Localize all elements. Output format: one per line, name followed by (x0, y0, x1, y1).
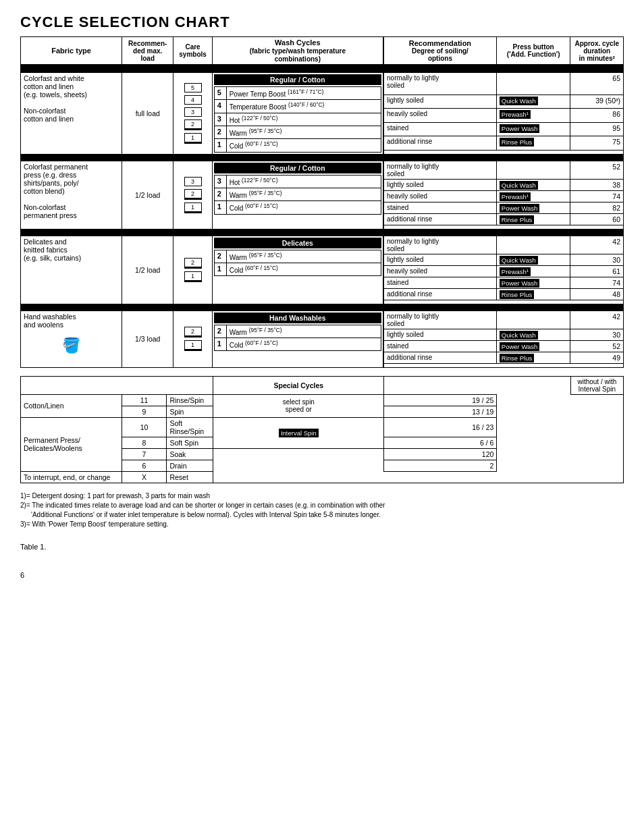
cycle-num-6: 6 (122, 460, 167, 471)
dur-42-hand: 42 (570, 310, 624, 329)
load-half-1: 1/2 load (122, 161, 173, 229)
cycle-num-9: 9 (122, 406, 167, 417)
btn-rinseplus-4: Rinse Plus (496, 352, 570, 363)
btn-prewash-3: Prewash¹ (496, 265, 570, 277)
fabric-pp-del-wool: Permanent Press/Delicates/Woolens (21, 417, 122, 471)
dur-6-6: 6 / 6 (384, 437, 497, 448)
btn-quickwash-1: Quick Wash (496, 94, 570, 109)
dur-2: 2 (384, 460, 497, 471)
dur-95: 95 (570, 122, 624, 136)
special-interrupt: To interrupt, end, or change X Reset (21, 471, 624, 483)
btn-normally-2 (496, 161, 570, 179)
dur-30-hand: 30 (570, 329, 624, 340)
page-title: CYCLE SELECTION CHART (20, 14, 624, 31)
soiling-heavily-2: heavily soiled (383, 190, 496, 202)
soiling-rinse-2: additional rinse (383, 213, 496, 225)
btn-rinseplus-1: Rinse Plus (496, 136, 570, 151)
spin-label: select spinspeed or (213, 394, 384, 417)
dur-75: 75 (570, 136, 624, 151)
cycle-name-soak: Soak (167, 448, 213, 460)
section-permanent-press: Colorfast permanentpress (e.g. dressshir… (21, 161, 624, 179)
cycle-name-softrinse: Soft Rinse/Spin (167, 417, 213, 437)
soiling-stained-1: stained (383, 122, 496, 136)
section-colorfast-white: Colorfast and whitecotton and linen(e.g.… (21, 73, 624, 95)
soiling-lightly-3: lightly soiled (383, 254, 496, 265)
special-cotton-rinse: Cotton/Linen 11 Rinse/Spin select spinsp… (21, 394, 624, 406)
wash-cycles-del: Delicates 2Warm (95°F / 35°C) 1Cold (60°… (212, 236, 383, 304)
cycle-num-7: 7 (122, 448, 167, 460)
footnote-2: 2)= The indicated times relate to averag… (20, 501, 624, 510)
load-full: full load (122, 73, 173, 155)
divider-1 (21, 154, 624, 161)
soiling-normally-2: normally to lightlysoiled (383, 161, 496, 179)
soiling-heavily-1: heavily soiled (383, 109, 496, 123)
symbols-hand: 2 1 (173, 310, 212, 367)
cycle-name-softspin: Soft Spin (167, 437, 213, 448)
dur-82: 82 (570, 202, 624, 213)
dur-38: 38 (570, 179, 624, 190)
fabric-colorfast-white: Colorfast and whitecotton and linen(e.g.… (21, 73, 122, 155)
btn-powerwash-4: Power Wash (496, 340, 570, 352)
interval-spin-label: Interval Spin (213, 417, 384, 448)
cycle-num-11: 11 (122, 394, 167, 406)
soiling-normally-3: normally to lightlysoiled (383, 236, 496, 254)
btn-rinseplus-2: Rinse Plus (496, 213, 570, 225)
cycle-header-regular-cotton-2: Regular / Cotton (214, 163, 381, 173)
dur-39: 39 (50³) (570, 94, 624, 109)
soiling-normally-4: normally to lightlysoiled (383, 310, 496, 329)
soiling-stained-2: stained (383, 202, 496, 213)
btn-powerwash-1: Power Wash (496, 122, 570, 136)
fabric-hand-wash: Hand washablesand woolens 🪣 (21, 310, 122, 367)
cycle-num-10: 10 (122, 417, 167, 437)
main-chart-table: Fabric type Recommen-ded max.load Caresy… (20, 36, 624, 368)
col-recommended: Recommen-ded max.load (122, 37, 173, 65)
wash-cycles-hand: Hand Washables 2Warm (95°F / 35°C) 1Cold… (212, 310, 383, 367)
footnote-2-cont: 'Additional Functions' or if water inlet… (31, 510, 624, 520)
btn-normally-1 (496, 73, 570, 95)
btn-quickwash-3: Quick Wash (496, 254, 570, 265)
table-label: Table 1. (20, 543, 624, 551)
fabric-permanent-press: Colorfast permanentpress (e.g. dressshir… (21, 161, 122, 229)
cycle-name-reset: Reset (167, 471, 213, 483)
footnote-3: 3)= With 'Power Temp Boost' temperature … (20, 520, 624, 529)
cycle-name-rinse-spin: Rinse/Spin (167, 394, 213, 406)
dur-49: 49 (570, 352, 624, 363)
fabric-cotton-linen: Cotton/Linen (21, 394, 122, 417)
btn-prewash-1: Prewash¹ (496, 109, 570, 123)
cycle-name-spin: Spin (167, 406, 213, 417)
footnotes: 1)= Detergent dosing: 1 part for prewash… (20, 491, 624, 529)
soiling-rinse-4: additional rinse (383, 352, 496, 363)
soiling-stained-3: stained (383, 277, 496, 288)
load-third: 1/3 load (122, 310, 173, 367)
btn-powerwash-2: Power Wash (496, 202, 570, 213)
dur-30-del: 30 (570, 254, 624, 265)
label-interrupt: To interrupt, end, or change (21, 471, 122, 483)
cycle-header-hand: Hand Washables (214, 313, 381, 323)
fabric-delicates: Delicates andknitted fabrics(e.g. silk, … (21, 236, 122, 304)
col-wash-cycles: Wash Cycles (fabric type/wash temperatur… (212, 37, 383, 65)
btn-powerwash-3: Power Wash (496, 277, 570, 288)
soiling-lightly-2: lightly soiled (383, 179, 496, 190)
footnote-1: 1)= Detergent dosing: 1 part for prewash… (20, 491, 624, 501)
cycle-header-delicates: Delicates (214, 238, 381, 248)
dur-65: 65 (570, 73, 624, 95)
soiling-rinse-1: additional rinse (383, 136, 496, 151)
btn-prewash-2: Prewash¹ (496, 190, 570, 202)
wash-cycles-pp: Regular / Cotton 3Hot (122°F / 50°C) 2Wa… (212, 161, 383, 229)
dur-19-25: 19 / 25 (384, 394, 497, 406)
dur-13-19: 13 / 19 (384, 406, 497, 417)
btn-quickwash-4: Quick Wash (496, 329, 570, 340)
cycle-num-8: 8 (122, 437, 167, 448)
soiling-normally-1: normally to lightlysoiled (383, 73, 496, 95)
dur-52-hand: 52 (570, 340, 624, 352)
btn-normally-3 (496, 236, 570, 254)
col-press-btn: Press button('Add. Function') (496, 37, 570, 65)
hand-wash-icon: 🪣 (24, 337, 119, 354)
symbols-pp: 3 2 1 (173, 161, 212, 229)
dur-74: 74 (570, 190, 624, 202)
btn-rinseplus-3: Rinse Plus (496, 288, 570, 300)
soiling-heavily-3: heavily soiled (383, 265, 496, 277)
dur-16-23: 16 / 23 (384, 417, 497, 437)
soiling-lightly-1: lightly soiled (383, 94, 496, 109)
dur-61: 61 (570, 265, 624, 277)
